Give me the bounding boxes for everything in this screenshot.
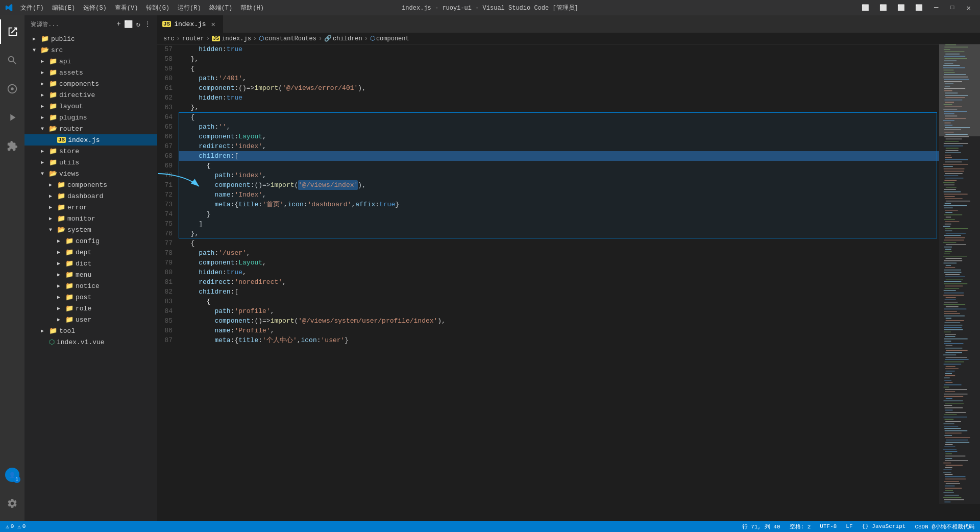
window-controls[interactable]: ⬜ ⬜ ⬜ ⬜ ─ □ ✕ — [859, 3, 975, 13]
sidebar-header-icons[interactable]: + ⬜ ↻ ⋮ — [116, 20, 151, 29]
menu-edit[interactable]: 编辑(E) — [52, 4, 76, 12]
tree-item-assets[interactable]: ▶ 📁 assets — [24, 67, 157, 78]
tree-item-dict[interactable]: ▶ 📁 dict — [24, 258, 157, 269]
menu-goto[interactable]: 转到(G) — [146, 4, 169, 12]
menu-terminal[interactable]: 终端(T) — [209, 4, 233, 12]
new-folder-icon[interactable]: ⬜ — [124, 20, 133, 29]
status-line-ending[interactable]: LF — [844, 521, 854, 532]
tree-item-utils[interactable]: ▶ 📁 utils — [24, 157, 157, 168]
tree-item-components[interactable]: ▶ 📁 components — [24, 78, 157, 89]
tree-item-menu[interactable]: ▶ 📁 menu — [24, 269, 157, 280]
tree-item-public[interactable]: ▶ 📁 public — [24, 33, 157, 44]
breadcrumb-sep-4: › — [318, 35, 322, 42]
menu-select[interactable]: 选择(S) — [83, 4, 107, 12]
chevron-icon: ▶ — [57, 260, 65, 267]
breadcrumb-component[interactable]: ⬡ component — [370, 35, 409, 42]
folder-icon: 📂 — [57, 226, 65, 234]
breadcrumb-src[interactable]: src — [163, 35, 175, 42]
tree-item-config[interactable]: ▶ 📁 config — [24, 235, 157, 247]
tree-item-dept[interactable]: ▶ 📁 dept — [24, 247, 157, 258]
code-scroll-area[interactable]: 5758596061626364656667686970717273747576… — [157, 44, 980, 521]
close-button[interactable]: ✕ — [963, 4, 975, 12]
tab-index-js[interactable]: JS index.js ✕ — [157, 15, 223, 33]
titlebar-menu[interactable]: 文件(F) 编辑(E) 选择(S) 查看(V) 转到(G) 运行(R) 终端(T… — [20, 4, 264, 12]
vscode-logo-icon — [5, 4, 13, 12]
tree-item-layout[interactable]: ▶ 📁 layout — [24, 101, 157, 112]
code-line-70: path: 'index', — [179, 171, 939, 180]
breadcrumb-router[interactable]: router — [182, 35, 204, 42]
status-errors[interactable]: ⚠ 0 ⚠ 0 — [4, 521, 27, 532]
tree-item-directive[interactable]: ▶ 📁 directive — [24, 89, 157, 101]
status-language[interactable]: {} JavaScript — [861, 521, 908, 532]
tree-item-role[interactable]: ▶ 📁 role — [24, 303, 157, 314]
activity-source-control[interactable] — [0, 77, 24, 101]
chevron-icon: ▶ — [41, 159, 49, 165]
js-file-icon: JS — [57, 137, 66, 143]
folder-icon: 📁 — [49, 57, 57, 65]
code-line-69: { — [179, 161, 939, 171]
tree-item-store[interactable]: ▶ 📁 store — [24, 146, 157, 157]
activity-settings[interactable] — [0, 491, 24, 516]
tree-item-api[interactable]: ▶ 📁 api — [24, 56, 157, 67]
activity-account[interactable]: 👤 1 — [0, 463, 24, 487]
folder-icon: 📁 — [65, 304, 74, 312]
tree-item-views-components[interactable]: ▶ 📁 components — [24, 179, 157, 190]
breadcrumb-filename: index.js — [222, 35, 251, 42]
activity-explorer[interactable] — [0, 19, 24, 44]
tab-close-button[interactable]: ✕ — [209, 20, 217, 28]
layout-icon-3[interactable]: ⬜ — [894, 3, 908, 13]
code-line-64: { — [179, 112, 939, 122]
tree-item-tool[interactable]: ▶ 📁 tool — [24, 325, 157, 336]
folder-icon: 📂 — [49, 170, 57, 178]
layout-icon-1[interactable]: ⬜ — [859, 3, 872, 13]
folder-icon: 📁 — [65, 282, 74, 290]
layout-icon-4[interactable]: ⬜ — [912, 3, 926, 13]
breadcrumb-file[interactable]: JS index.js — [212, 35, 251, 42]
minimize-button[interactable]: ─ — [930, 4, 942, 12]
tree-label-monitor: monitor — [67, 215, 95, 223]
tree-item-system[interactable]: ▼ 📂 system — [24, 224, 157, 235]
status-encoding[interactable]: UTF-8 — [818, 521, 838, 532]
tree-item-router[interactable]: ▼ 📂 router — [24, 123, 157, 134]
menu-file[interactable]: 文件(F) — [20, 4, 44, 12]
activity-extensions[interactable] — [0, 134, 24, 158]
status-csdn[interactable]: CSDN @小纯不相裁代码 — [913, 521, 976, 532]
menu-view[interactable]: 查看(V) — [115, 4, 138, 12]
layout-icon-2[interactable]: ⬜ — [876, 3, 890, 13]
code-line-63: }, — [179, 103, 939, 112]
tree-item-error[interactable]: ▶ 📁 error — [24, 202, 157, 213]
tree-item-monitor[interactable]: ▶ 📁 monitor — [24, 213, 157, 224]
code-editor[interactable]: hidden: true }, { path: '/401', componen… — [179, 44, 939, 521]
tree-label-views-components: components — [67, 181, 107, 189]
code-line-86: name: 'Profile', — [179, 326, 939, 335]
tree-item-dashboard[interactable]: ▶ 📁 dashboard — [24, 190, 157, 202]
tree-item-post[interactable]: ▶ 📁 post — [24, 292, 157, 303]
tree-item-user[interactable]: ▶ 📁 user — [24, 314, 157, 325]
folder-icon: 📁 — [65, 237, 74, 245]
breadcrumb-sep-1: › — [177, 35, 180, 42]
tree-item-notice[interactable]: ▶ 📁 notice — [24, 280, 157, 292]
chevron-icon: ▶ — [41, 328, 49, 334]
tree-item-index-js[interactable]: JS index.js — [24, 134, 157, 146]
code-line-66: component: Layout, — [179, 132, 939, 141]
activity-search[interactable] — [0, 48, 24, 72]
menu-run[interactable]: 运行(R) — [178, 4, 201, 12]
avatar-badge: 👤 1 — [5, 468, 19, 482]
folder-icon: 📁 — [57, 214, 65, 223]
status-line-col[interactable]: 行 71, 列 40 — [741, 521, 782, 532]
breadcrumb-constant[interactable]: ⬡ constantRoutes — [259, 35, 316, 42]
menu-help[interactable]: 帮助(H) — [240, 4, 264, 12]
tree-item-plugins[interactable]: ▶ 📁 plugins — [24, 112, 157, 123]
new-file-icon[interactable]: + — [116, 20, 121, 29]
refresh-icon[interactable]: ↻ — [136, 20, 141, 29]
tree-item-src[interactable]: ▼ 📂 src — [24, 44, 157, 56]
status-spaces[interactable]: 空格: 2 — [788, 521, 813, 532]
breadcrumb: src › router › JS index.js › ⬡ constantR… — [157, 33, 980, 44]
code-line-76: }, — [179, 229, 939, 238]
tree-item-views[interactable]: ▼ 📂 views — [24, 168, 157, 179]
breadcrumb-children[interactable]: 🔗 children — [324, 35, 362, 42]
tree-item-vue[interactable]: ⬡ index.v1.vue — [24, 336, 157, 348]
collapse-all-icon[interactable]: ⋮ — [144, 20, 152, 29]
maximize-button[interactable]: □ — [946, 4, 958, 11]
activity-run-debug[interactable] — [0, 105, 24, 130]
